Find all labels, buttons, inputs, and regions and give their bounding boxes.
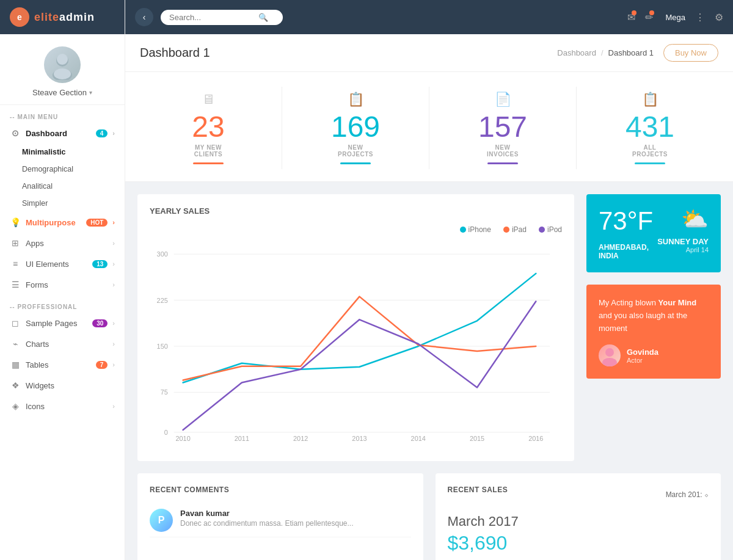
stat-label-invoices: NEWINVOICES — [487, 144, 519, 158]
sidebar-subitem-minimalistic[interactable]: Minimalistic — [0, 144, 125, 161]
search-input[interactable] — [169, 13, 255, 22]
stat-underline-clients — [193, 162, 224, 164]
svg-point-21 — [605, 348, 614, 357]
chart-container: 300 225 150 75 0 2010 2011 — [150, 241, 562, 449]
search-box[interactable]: 🔍 — [161, 10, 283, 25]
legend-dot-ipod — [539, 227, 545, 233]
sidebar: e eliteadmin Steave Gection ▾ -- MAIN ME… — [0, 0, 125, 560]
more-options-icon[interactable]: ⋮ — [695, 12, 705, 23]
sidebar-item-multipurpose[interactable]: 💡 Multipurpose HOT › — [0, 212, 125, 233]
breadcrumb-home: Dashboard — [557, 48, 596, 57]
bottom-row: RECENT COMMENTS P Pavan kumar Donec ac c… — [125, 473, 733, 560]
chevron-right-icon: › — [112, 281, 115, 288]
chevron-right-icon: › — [112, 361, 115, 368]
svg-text:225: 225 — [157, 297, 168, 304]
mail-icon[interactable]: ✉ — [627, 12, 635, 23]
commenter-name: Pavan kumar — [180, 509, 353, 518]
buy-now-button[interactable]: Buy Now — [663, 44, 718, 62]
topnav-username: Mega — [665, 13, 685, 22]
icons-icon: ◈ — [10, 401, 21, 411]
author-info: Govinda Actor — [627, 347, 658, 364]
stat-label-projects: NEWPROJECTS — [338, 144, 373, 158]
weather-card: 73°F AHMEDABAD,INDIA ⛅ SUNNEY DAY April … — [586, 194, 721, 272]
comment-text: Donec ac condimentum massa. Etiam pellen… — [180, 519, 353, 528]
page-header: Dashboard 1 Dashboard / Dashboard 1 Buy … — [125, 34, 733, 72]
legend-ipod: iPod — [539, 225, 562, 234]
settings-icon[interactable]: ⚙ — [715, 12, 723, 23]
multipurpose-icon: 💡 — [10, 217, 21, 227]
content-area: YEARLY SALES iPhone iPad iPod — [125, 182, 733, 473]
apps-icon: ⊞ — [10, 238, 21, 248]
sidebar-item-sample-pages[interactable]: ◻ Sample Pages 30 › — [0, 313, 125, 333]
main-menu-label: -- MAIN MENU — [0, 105, 125, 123]
stat-value-all-projects: 431 — [625, 112, 674, 142]
svg-text:75: 75 — [161, 388, 168, 396]
legend-dot-iphone — [460, 227, 466, 233]
chevron-right-icon: › — [112, 402, 115, 410]
comment-item: P Pavan kumar Donec ac condimentum massa… — [150, 504, 411, 537]
weather-date: April 14 — [657, 246, 709, 253]
recent-comments-title: RECENT COMMENTS — [150, 485, 411, 494]
stat-value-clients: 23 — [192, 112, 224, 142]
sidebar-subitem-demographical[interactable]: Demographical — [0, 161, 125, 178]
svg-text:300: 300 — [157, 250, 168, 258]
svg-point-2 — [57, 54, 68, 65]
charts-icon: ⌁ — [10, 339, 21, 349]
stat-all-projects: 📋 431 ALLPROJECTS — [577, 87, 723, 169]
quote-card: My Acting blown Your Mind and you also l… — [586, 285, 721, 379]
page-content: Dashboard 1 Dashboard / Dashboard 1 Buy … — [125, 34, 733, 560]
author-name: Govinda — [627, 347, 658, 357]
month-selector[interactable]: March 201: ⬦ — [666, 490, 709, 499]
profile-name[interactable]: Steave Gection ▾ — [32, 88, 92, 97]
search-icon: 🔍 — [258, 13, 268, 22]
comment-content: Pavan kumar Donec ac condimentum massa. … — [180, 509, 353, 532]
stat-underline-invoices — [487, 162, 518, 164]
svg-text:2011: 2011 — [235, 435, 249, 442]
chart-title: YEARLY SALES — [150, 206, 562, 216]
sidebar-logo: e eliteadmin — [0, 0, 125, 34]
svg-point-22 — [602, 358, 617, 366]
stat-new-invoices: 📄 157 NEWINVOICES — [429, 87, 577, 169]
user-profile: Steave Gection ▾ — [0, 34, 125, 105]
professional-label: -- PROFFESSIONAL — [0, 295, 125, 313]
ui-elements-icon: ≡ — [10, 259, 21, 269]
sidebar-item-tables[interactable]: ▦ Tables 7 › — [0, 354, 125, 375]
recent-sales-title: RECENT SALES — [448, 485, 508, 494]
notification-dot — [632, 10, 636, 15]
sidebar-item-charts[interactable]: ⌁ Charts › — [0, 333, 125, 354]
sidebar-subitem-simpler[interactable]: Simpler — [0, 195, 125, 212]
svg-text:2014: 2014 — [411, 435, 426, 442]
sidebar-item-apps[interactable]: ⊞ Apps › — [0, 233, 125, 253]
chevron-right-icon: › — [112, 340, 115, 347]
stat-underline-all-projects — [635, 162, 665, 164]
chart-section: YEARLY SALES iPhone iPad iPod — [137, 194, 574, 461]
commenter-avatar: P — [150, 509, 173, 532]
back-button[interactable]: ‹ — [135, 8, 153, 26]
svg-text:2013: 2013 — [352, 435, 366, 442]
svg-text:2010: 2010 — [175, 435, 190, 442]
all-projects-icon: 📋 — [642, 92, 658, 107]
svg-text:150: 150 — [157, 343, 168, 350]
edit-icon[interactable]: ✏ — [645, 12, 653, 23]
svg-text:2012: 2012 — [293, 435, 308, 442]
quote-text: My Acting blown Your Mind and you also l… — [599, 297, 709, 335]
sidebar-subitem-analitical[interactable]: Analitical — [0, 178, 125, 195]
sales-header-row: RECENT SALES March 201: ⬦ — [448, 485, 709, 504]
stat-value-projects: 169 — [331, 112, 380, 142]
weather-temperature: 73°F — [599, 206, 653, 236]
chart-legend: iPhone iPad iPod — [150, 225, 562, 234]
sidebar-item-widgets[interactable]: ❖ Widgets — [0, 375, 125, 396]
stat-new-projects: 📋 169 NEWPROJECTS — [282, 87, 429, 169]
sidebar-item-icons[interactable]: ◈ Icons › — [0, 396, 125, 416]
stat-my-new-clients: 🖥 23 MY NEWCLIENTS — [135, 87, 282, 169]
svg-text:2015: 2015 — [470, 435, 484, 442]
forms-icon: ☰ — [10, 280, 21, 289]
legend-ipad: iPad — [503, 225, 527, 234]
sales-amount: $3,690 — [448, 532, 709, 555]
author-role: Actor — [627, 357, 658, 364]
page-title: Dashboard 1 — [140, 46, 210, 60]
sidebar-item-dashboard[interactable]: ⊙ Dashboard 4 › — [0, 123, 125, 144]
sidebar-item-ui-elements[interactable]: ≡ UI Elements 13 › — [0, 253, 125, 274]
sidebar-item-forms[interactable]: ☰ Forms › — [0, 274, 125, 295]
main-content: ‹ 🔍 ✉ ✏ Mega ⋮ ⚙ Dashboard 1 — [125, 0, 733, 560]
